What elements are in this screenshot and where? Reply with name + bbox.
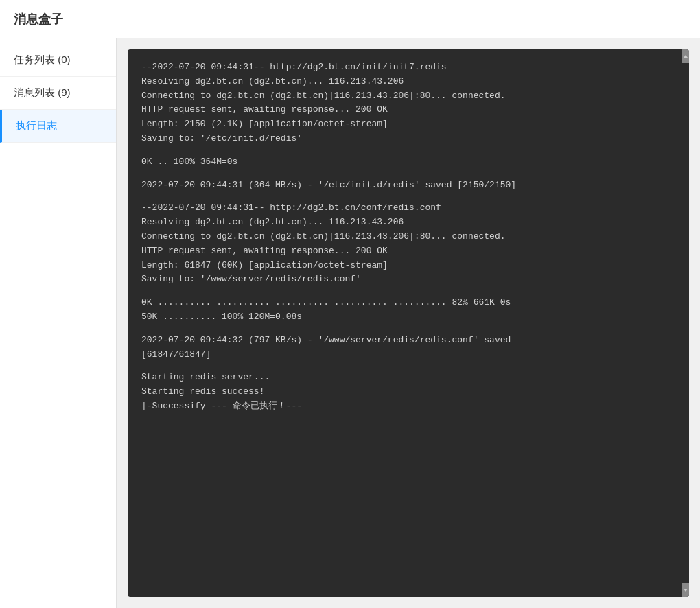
sidebar-item-execution-log[interactable]: 执行日志	[0, 110, 116, 143]
terminal-line	[141, 192, 675, 201]
terminal-line: 2022-07-20 09:44:32 (797 KB/s) - '/www/s…	[141, 334, 675, 348]
terminal-body[interactable]: --2022-07-20 09:44:31-- http://dg2.bt.cn…	[128, 49, 689, 597]
terminal-line: Connecting to dg2.bt.cn (dg2.bt.cn)|116.…	[141, 89, 675, 104]
terminal-line: 2022-07-20 09:44:31 (364 MB/s) - '/etc/i…	[141, 178, 675, 193]
terminal-line: Saving to: '/www/server/redis/redis.conf…	[141, 272, 675, 287]
terminal-line	[141, 362, 675, 371]
sidebar-item-message-list-label: 消息列表 (9)	[14, 86, 71, 98]
header: 消息盒子	[0, 0, 700, 38]
terminal-line: Starting redis server...	[141, 371, 675, 385]
terminal-line: Connecting to dg2.bt.cn (dg2.bt.cn)|116.…	[141, 230, 675, 244]
terminal-line: |-Successify --- 命令已执行！---	[141, 399, 675, 414]
terminal-line: --2022-07-20 09:44:31-- http://dg2.bt.cn…	[141, 201, 675, 215]
terminal-line: 50K .......... 100% 120M=0.08s	[141, 310, 675, 325]
main-container: 任务列表 (0) 消息列表 (9) 执行日志 --2022-07-20 09:4…	[0, 38, 700, 608]
terminal-line: HTTP request sent, awaiting response... …	[141, 244, 675, 259]
sidebar-item-execution-log-label: 执行日志	[16, 119, 57, 131]
header-title: 消息盒子	[14, 11, 63, 27]
sidebar-item-task-list[interactable]: 任务列表 (0)	[0, 44, 116, 77]
terminal-line: --2022-07-20 09:44:31-- http://dg2.bt.cn…	[141, 60, 675, 75]
terminal-line	[141, 146, 675, 155]
terminal-line: Resolving dg2.bt.cn (dg2.bt.cn)... 116.2…	[141, 215, 675, 230]
terminal-line: Saving to: '/etc/init.d/redis'	[141, 132, 675, 146]
terminal-line: 0K .. 100% 364M=0s	[141, 155, 675, 169]
terminal-line: Length: 61847 (60K) [application/octet-s…	[141, 259, 675, 273]
terminal-line: 0K .......... .......... .......... ....…	[141, 296, 675, 310]
terminal-line: Starting redis success!	[141, 385, 675, 399]
sidebar-item-task-list-label: 任务列表 (0)	[14, 54, 71, 65]
sidebar: 任务列表 (0) 消息列表 (9) 执行日志	[0, 38, 117, 608]
scroll-top-button[interactable]	[682, 49, 689, 63]
sidebar-item-message-list[interactable]: 消息列表 (9)	[0, 77, 116, 110]
terminal-line: HTTP request sent, awaiting response... …	[141, 103, 675, 117]
terminal-line: [61847/61847]	[141, 348, 675, 362]
scroll-down-button[interactable]	[682, 583, 689, 597]
terminal-line: Resolving dg2.bt.cn (dg2.bt.cn)... 116.2…	[141, 75, 675, 89]
terminal-line	[141, 169, 675, 178]
terminal-line	[141, 325, 675, 334]
terminal-line	[141, 287, 675, 296]
content-area: --2022-07-20 09:44:31-- http://dg2.bt.cn…	[117, 38, 700, 608]
terminal-line: Length: 2150 (2.1K) [application/octet-s…	[141, 117, 675, 132]
terminal-container: --2022-07-20 09:44:31-- http://dg2.bt.cn…	[128, 49, 689, 597]
